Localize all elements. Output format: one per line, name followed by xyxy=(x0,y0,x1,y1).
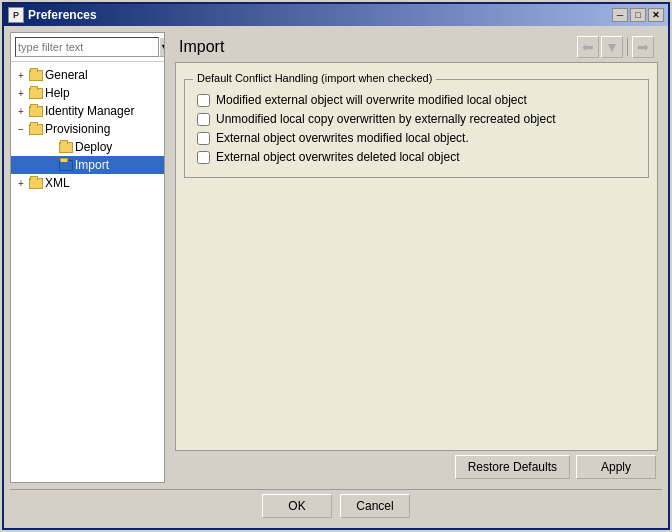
forward-button[interactable]: ➡ xyxy=(632,36,654,58)
folder-icon-identity-manager xyxy=(29,106,43,117)
dialog-buttons: OK Cancel xyxy=(10,489,662,522)
tree-item-deploy[interactable]: Deploy xyxy=(11,138,164,156)
folder-icon-provisioning xyxy=(29,124,43,135)
tree-label-identity-manager: Identity Manager xyxy=(45,104,134,118)
tree-label-import: Import xyxy=(75,158,109,172)
filter-input[interactable] xyxy=(15,37,159,57)
title-bar-buttons: ─ □ ✕ xyxy=(612,8,664,22)
ok-button[interactable]: OK xyxy=(262,494,332,518)
checkbox-label-4: External object overwrites deleted local… xyxy=(216,150,459,164)
nav-dropdown-button[interactable]: ▼ xyxy=(601,36,623,58)
tree-item-identity-manager[interactable]: + Identity Manager xyxy=(11,102,164,120)
checkbox-2[interactable] xyxy=(197,113,210,126)
expand-xml: + xyxy=(13,175,29,191)
expand-import xyxy=(43,157,59,173)
left-panel: ▼ + General + Help xyxy=(10,32,165,483)
checkbox-label-1: Modified external object will overwrite … xyxy=(216,93,527,107)
bottom-bar: Restore Defaults Apply xyxy=(171,451,662,483)
group-box-legend: Default Conflict Handling (import when c… xyxy=(193,72,436,84)
right-header: Import ⬅ ▼ ➡ xyxy=(171,32,662,62)
tree-item-import[interactable]: Import xyxy=(11,156,164,174)
conflict-handling-group: Default Conflict Handling (import when c… xyxy=(184,79,649,178)
content-area: Default Conflict Handling (import when c… xyxy=(175,62,658,451)
minimize-button[interactable]: ─ xyxy=(612,8,628,22)
back-button[interactable]: ⬅ xyxy=(577,36,599,58)
nav-dropdown-icon: ▼ xyxy=(605,39,619,55)
folder-icon-import xyxy=(59,160,73,171)
back-icon: ⬅ xyxy=(582,39,594,55)
expand-identity-manager: + xyxy=(13,103,29,119)
expand-provisioning: − xyxy=(13,121,29,137)
checkbox-row-4: External object overwrites deleted local… xyxy=(197,150,636,164)
cancel-button[interactable]: Cancel xyxy=(340,494,410,518)
checkbox-row-3: External object overwrites modified loca… xyxy=(197,131,636,145)
right-panel: Import ⬅ ▼ ➡ xyxy=(171,32,662,483)
title-bar: P Preferences ─ □ ✕ xyxy=(4,4,668,26)
close-button[interactable]: ✕ xyxy=(648,8,664,22)
checkbox-1[interactable] xyxy=(197,94,210,107)
folder-icon-help xyxy=(29,88,43,99)
tree-item-general[interactable]: + General xyxy=(11,66,164,84)
tree-item-xml[interactable]: + XML xyxy=(11,174,164,192)
apply-button[interactable]: Apply xyxy=(576,455,656,479)
restore-defaults-button[interactable]: Restore Defaults xyxy=(455,455,570,479)
tree-label-help: Help xyxy=(45,86,70,100)
expand-general: + xyxy=(13,67,29,83)
window-icon: P xyxy=(8,7,24,23)
tree-label-general: General xyxy=(45,68,88,82)
nav-separator xyxy=(627,38,628,56)
tree-item-provisioning[interactable]: − Provisioning xyxy=(11,120,164,138)
window-body: ▼ + General + Help xyxy=(4,26,668,528)
page-title: Import xyxy=(179,38,224,56)
preferences-window: P Preferences ─ □ ✕ ▼ + G xyxy=(2,2,670,530)
tree-label-provisioning: Provisioning xyxy=(45,122,110,136)
window-title: Preferences xyxy=(28,8,612,22)
folder-icon-xml xyxy=(29,178,43,189)
expand-help: + xyxy=(13,85,29,101)
forward-icon: ➡ xyxy=(637,39,649,55)
maximize-button[interactable]: □ xyxy=(630,8,646,22)
tree-container: + General + Help + Identity Manag xyxy=(11,62,164,482)
expand-deploy xyxy=(43,139,59,155)
checkbox-row-1: Modified external object will overwrite … xyxy=(197,93,636,107)
filter-row: ▼ xyxy=(11,33,164,62)
folder-icon-deploy xyxy=(59,142,73,153)
tree-item-help[interactable]: + Help xyxy=(11,84,164,102)
tree-label-deploy: Deploy xyxy=(75,140,112,154)
folder-icon-general xyxy=(29,70,43,81)
filter-dropdown-button[interactable]: ▼ xyxy=(159,37,165,57)
main-content: ▼ + General + Help xyxy=(10,32,662,483)
checkbox-4[interactable] xyxy=(197,151,210,164)
nav-buttons: ⬅ ▼ ➡ xyxy=(577,36,654,58)
checkbox-row-2: Unmodified local copy overwritten by ext… xyxy=(197,112,636,126)
tree-label-xml: XML xyxy=(45,176,70,190)
checkbox-3[interactable] xyxy=(197,132,210,145)
checkbox-label-3: External object overwrites modified loca… xyxy=(216,131,469,145)
checkbox-label-2: Unmodified local copy overwritten by ext… xyxy=(216,112,556,126)
